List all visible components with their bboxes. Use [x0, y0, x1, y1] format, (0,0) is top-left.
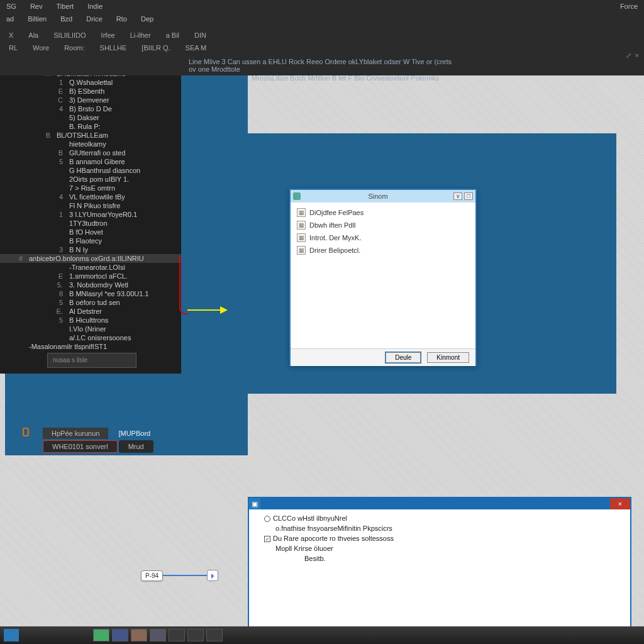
- tree-item-label: Fl N Pikuo trisfre: [69, 202, 120, 209]
- tool-item[interactable]: a Bil: [166, 31, 179, 39]
- list-item[interactable]: ▦Introt. Der MyxK.: [297, 231, 469, 244]
- tree-item[interactable]: 4B) Brsto D De: [0, 104, 181, 113]
- graph-node[interactable]: P-94 ⏵: [141, 570, 218, 581]
- radio-icon[interactable]: [264, 516, 270, 522]
- tree-item[interactable]: #anbicebrO.bnlonms oxGrd.a:IILINRIU: [0, 254, 181, 263]
- tab-highlighted[interactable]: WHE0101 sonverl: [43, 440, 118, 453]
- tree-item[interactable]: G HBanthrusl diasncon: [0, 166, 181, 175]
- node-port-icon[interactable]: ⏵: [207, 570, 218, 581]
- tree-item[interactable]: 3B N Iy: [0, 245, 181, 254]
- tool-item[interactable]: Li-ilher: [130, 31, 151, 39]
- taskbar-app[interactable]: [93, 629, 109, 641]
- menu-item[interactable]: Bzd: [60, 15, 72, 23]
- tree-item[interactable]: E.Al Detstrer: [0, 307, 181, 316]
- start-button[interactable]: [4, 629, 19, 641]
- tree-item[interactable]: 8B MNlasryl *ee 93.00U1.1: [0, 289, 181, 298]
- tree-item[interactable]: 7 > RisE omtrn: [0, 184, 181, 192]
- tree-item-label: GlUtterrafi oo sted: [69, 149, 125, 157]
- ok-button[interactable]: Deule: [386, 352, 421, 363]
- tool-item[interactable]: Ala: [28, 31, 38, 39]
- menu-item[interactable]: Tibert: [56, 3, 74, 10]
- taskbar-app[interactable]: [150, 629, 166, 641]
- taskbar-app[interactable]: [112, 629, 128, 641]
- tree-item[interactable]: a/.LC onisrersoones: [0, 333, 181, 342]
- taskbar-app[interactable]: [187, 629, 204, 641]
- tool-item[interactable]: RL: [9, 44, 18, 52]
- tool-item[interactable]: [BIILR Q.: [142, 44, 170, 52]
- line-gutter: #: [5, 254, 23, 263]
- tree-item[interactable]: B Flaotecy: [0, 236, 181, 245]
- checkbox-icon[interactable]: ✓: [264, 536, 270, 542]
- expand-icon[interactable]: ⤢: [626, 52, 631, 60]
- tree-item[interactable]: BBL/OTSHLLEam: [0, 131, 181, 140]
- menu-item[interactable]: Rto: [116, 15, 127, 23]
- close-icon[interactable]: ×: [610, 498, 630, 509]
- menu-row-2: ad Biltien Bzd Drice Rto Dep: [0, 13, 644, 25]
- menu-item-right[interactable]: Force: [620, 3, 638, 10]
- tree-item[interactable]: EB) ESbenth: [0, 87, 181, 96]
- cancel-button[interactable]: Kinmont: [427, 352, 469, 363]
- tool-item[interactable]: Room:: [64, 44, 84, 52]
- tree-item-label: -Tranearotar.LOIsi: [69, 264, 125, 271]
- line-gutter: B: [33, 131, 50, 140]
- tree-item[interactable]: BGlUtterrafi oo sted: [0, 148, 181, 157]
- line-gutter: 4: [45, 192, 63, 201]
- line-gutter: E: [45, 87, 63, 96]
- menu-item[interactable]: Dep: [141, 15, 153, 23]
- maximize-icon[interactable]: □: [464, 192, 473, 200]
- taskbar-app[interactable]: [206, 629, 223, 641]
- tool-item[interactable]: SEA M: [186, 44, 207, 52]
- console-titlebar[interactable]: ▣ ×: [249, 498, 630, 509]
- line-gutter: 5: [45, 298, 63, 307]
- taskbar-app[interactable]: [169, 629, 185, 641]
- tree-item[interactable]: 13 I.LYUmoarYoyeR0.1: [0, 210, 181, 219]
- line-gutter: 1: [45, 210, 63, 219]
- tree-item[interactable]: I.Vlo (Nriner: [0, 325, 181, 333]
- dialog-titlebar[interactable]: Sinom ∨ □: [291, 190, 475, 203]
- tool-item[interactable]: SILIILIIDO: [53, 31, 86, 39]
- taskbar-app[interactable]: [131, 629, 147, 641]
- tree-item[interactable]: B. Rula P:: [0, 122, 181, 131]
- bottom-tabs-2: WHE0101 sonverl Mrud: [43, 440, 155, 453]
- tree-item[interactable]: 5B oéforo tud sen: [0, 298, 181, 307]
- tree-item[interactable]: B fO Hovet: [0, 228, 181, 236]
- tab-active[interactable]: [MUPBord: [109, 428, 159, 439]
- menu-item[interactable]: Drice: [86, 15, 103, 23]
- menu-item[interactable]: Rev: [30, 3, 43, 10]
- menu-item[interactable]: Indie: [87, 3, 103, 10]
- line-gutter: C: [45, 96, 63, 104]
- close-icon[interactable]: ×: [635, 52, 639, 60]
- list-item-label: Dbwh iften Pdll: [309, 221, 355, 229]
- outline-tree[interactable]: C-IllDrd WolDeLte:ABRBMaltan MrkedLine1Q…: [0, 58, 181, 374]
- tree-item[interactable]: 5.3. Nobdomdry Wetl: [0, 280, 181, 289]
- tool-item[interactable]: DIN: [194, 31, 206, 39]
- tree-item[interactable]: 1TY3tudtron: [0, 219, 181, 228]
- tree-item[interactable]: E1.smmortocl aFCL.: [0, 272, 181, 280]
- tab[interactable]: HpPée kurunun: [43, 428, 108, 439]
- tree-item[interactable]: Fl N Pikuo trisfre: [0, 201, 181, 210]
- tree-item[interactable]: -Masalonamilr tlspnifIST1: [0, 342, 181, 351]
- tree-item[interactable]: 4VL ficettlowtile tBy: [0, 192, 181, 201]
- tool-item[interactable]: Irfee: [101, 31, 115, 39]
- menu-item[interactable]: Biltien: [28, 15, 47, 23]
- menu-item[interactable]: ad: [6, 15, 14, 23]
- tree-item[interactable]: hieteolkamy: [0, 140, 181, 148]
- list-item[interactable]: ▦Dbwh iften Pdll: [297, 219, 469, 231]
- tool-item[interactable]: Wore: [33, 44, 49, 52]
- tree-item[interactable]: 5B Hiculttrons: [0, 316, 181, 325]
- tree-item[interactable]: -Tranearotar.LOIsi: [0, 263, 181, 272]
- tool-item[interactable]: X: [9, 31, 13, 39]
- menu-item[interactable]: SG: [6, 3, 16, 10]
- tool-item[interactable]: SHLLHE: [100, 44, 127, 52]
- list-item[interactable]: ▦DiOjdfee FelPaes: [297, 206, 469, 219]
- tree-item-label: B Flaotecy: [69, 237, 102, 245]
- tree-item[interactable]: 5B annamol Gibere: [0, 157, 181, 166]
- list-item[interactable]: ▦Drirer Belipoetcl.: [297, 244, 469, 257]
- minimize-icon[interactable]: ∨: [453, 192, 462, 200]
- tree-item[interactable]: 5) Dakser: [0, 113, 181, 122]
- tab[interactable]: Mrud: [119, 440, 153, 453]
- toolbar-row-1: X Ala SILIILIIDO Irfee Li-ilher a Bil DI…: [0, 29, 644, 42]
- tree-item[interactable]: C3) Demvener: [0, 96, 181, 104]
- node-wire: [163, 575, 207, 576]
- tree-item[interactable]: 2Oirts pom uIBlY 1.: [0, 175, 181, 184]
